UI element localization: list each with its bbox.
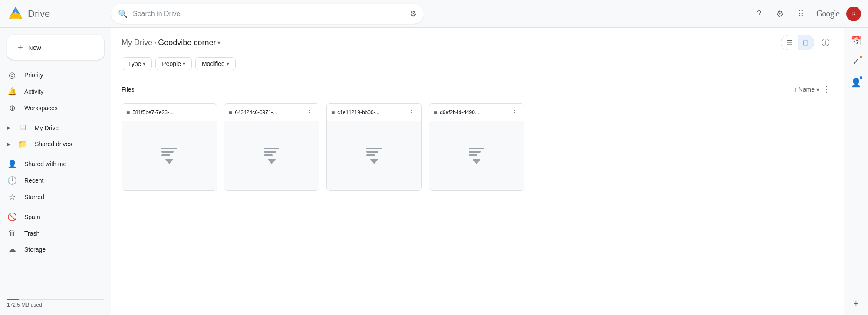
sidebar-item-label: Storage [24,246,46,253]
expand-icon: ▶ [7,141,10,147]
help-button[interactable]: ? [750,5,768,23]
trash-icon: 🗑 [7,229,17,238]
new-button[interactable]: + New [7,35,104,60]
contacts-panel-button[interactable]: 👤 [847,73,866,92]
info-button[interactable]: ⓘ [818,35,833,50]
people-filter-chip[interactable]: People ▾ [155,57,192,70]
sidebar-item-label: Activity [24,88,43,95]
files-header: Files ↑ Name ▾ ⋮ [122,79,833,100]
sidebar-navigation: ◎ Priority 🔔 Activity ⊕ Workspaces ▶ 🖥 M… [0,67,111,258]
search-filter-icon[interactable]: ⚙ [410,9,417,19]
breadcrumb-separator: › [154,39,156,46]
files-sort-control[interactable]: ↑ Name ▾ [794,86,819,93]
topbar: Drive 🔍 Search in Drive ⚙ ? ⚙ ⠿ Google R [0,0,868,28]
sidebar: + New ◎ Priority 🔔 Activity ⊕ Workspaces… [0,28,111,315]
apps-button[interactable]: ⠿ [792,5,809,23]
file-type-icon: ≡ [229,109,232,116]
type-filter-chip[interactable]: Type ▾ [122,57,152,70]
modified-filter-label: Modified [202,60,225,67]
people-filter-chevron-icon: ▾ [183,61,185,67]
sidebar-item-label: Recent [24,177,43,184]
sidebar-item-storage[interactable]: ☁ Storage [0,241,108,258]
table-row[interactable]: ≡ c1e11219-bb00-... ⋮ [326,103,422,191]
files-more-options-button[interactable]: ⋮ [819,82,833,96]
sidebar-item-label: Spam [24,213,40,220]
table-row[interactable]: ≡ 581f5be7-7e23-... ⋮ [122,103,217,191]
people-filter-label: People [162,60,181,67]
sidebar-item-label: Workspaces [24,105,58,112]
shared-with-me-icon: 👤 [7,159,17,169]
workspaces-icon: ⊕ [7,103,17,113]
sidebar-item-label: Shared with me [24,161,66,167]
file-preview [327,121,421,190]
breadcrumb-parent[interactable]: My Drive [122,38,152,47]
breadcrumb: My Drive › Goodvibe corner ▾ [122,38,781,47]
sidebar-item-spam[interactable]: 🚫 Spam [0,209,108,225]
tasks-panel-button[interactable]: ✓ [847,52,866,71]
storage-info: 172.5 MB used [0,293,111,312]
file-preview-download-icon [161,148,177,164]
search-icon: 🔍 [118,9,128,19]
sidebar-item-label: Shared drives [35,141,72,148]
view-controls: ☰ ⊞ ⓘ [781,35,833,50]
user-avatar[interactable]: R [846,7,861,21]
sidebar-item-trash[interactable]: 🗑 Trash [0,225,108,241]
modified-filter-chip[interactable]: Modified ▾ [195,57,236,70]
file-menu-button[interactable]: ⋮ [202,107,212,118]
list-view-button[interactable]: ☰ [781,35,798,50]
file-preview-download-icon [264,148,279,164]
filter-row: Type ▾ People ▾ Modified ▾ [111,54,844,75]
table-row[interactable]: ≡ 643424c6-0971-... ⋮ [224,103,319,191]
sidebar-item-shared-drives[interactable]: ▶ 📁 Shared drives [0,136,108,152]
add-panel-button[interactable]: + [848,296,864,312]
new-button-label: New [28,44,41,51]
sidebar-item-starred[interactable]: ☆ Starred [0,189,108,205]
svg-marker-2 [9,13,22,19]
storage-used-label: 172.5 MB used [7,302,42,308]
sidebar-item-shared-with-me[interactable]: 👤 Shared with me [0,156,108,172]
file-preview [224,121,319,190]
view-toggle: ☰ ⊞ [781,35,814,50]
file-menu-button[interactable]: ⋮ [304,107,315,118]
tasks-notification-badge [859,55,863,59]
sidebar-item-activity[interactable]: 🔔 Activity [0,83,108,100]
search-placeholder: Search in Drive [133,10,180,18]
settings-button[interactable]: ⚙ [771,5,789,23]
storage-bar-fill [7,299,19,300]
storage-icon: ☁ [7,245,17,254]
file-preview [122,121,217,190]
sidebar-item-workspaces[interactable]: ⊕ Workspaces [0,100,108,116]
file-type-icon: ≡ [331,109,335,116]
my-drive-icon: 🖥 [17,123,28,132]
sidebar-item-priority[interactable]: ◎ Priority [0,67,108,83]
storage-bar-background [7,299,104,300]
grid-view-button[interactable]: ⊞ [798,35,814,50]
priority-icon: ◎ [7,70,17,80]
right-panel: 📅 ✓ 👤 + [844,28,868,315]
file-preview-download-icon [469,148,484,164]
file-name: c1e11219-bb00-... [337,109,404,115]
type-filter-label: Type [128,60,141,67]
topbar-actions: ? ⚙ ⠿ Google R [750,5,861,23]
file-name: 581f5be7-7e23-... [132,109,199,115]
sidebar-item-label: Trash [24,230,39,237]
file-card-header: ≡ d6ef2b4d-d490... ⋮ [429,104,524,121]
calendar-panel-button[interactable]: 📅 [847,31,866,50]
sidebar-item-label: My Drive [35,125,59,131]
file-menu-button[interactable]: ⋮ [509,107,519,118]
logo-area: Drive [7,5,111,23]
file-preview [429,121,524,190]
sidebar-item-my-drive[interactable]: ▶ 🖥 My Drive [0,120,108,136]
sidebar-item-recent[interactable]: 🕐 Recent [0,172,108,189]
content-header: My Drive › Goodvibe corner ▾ ☰ ⊞ ⓘ [111,28,844,54]
file-type-icon: ≡ [434,109,437,116]
search-bar[interactable]: 🔍 Search in Drive ⚙ [111,4,424,24]
breadcrumb-dropdown-icon[interactable]: ▾ [217,39,220,46]
sort-label: Name [799,86,815,93]
modified-filter-chevron-icon: ▾ [227,61,229,67]
main-layout: + New ◎ Priority 🔔 Activity ⊕ Workspaces… [0,28,868,315]
files-grid: ≡ 581f5be7-7e23-... ⋮ [122,103,833,191]
file-menu-button[interactable]: ⋮ [407,107,417,118]
file-card-header: ≡ 643424c6-0971-... ⋮ [224,104,319,121]
table-row[interactable]: ≡ d6ef2b4d-d490... ⋮ [429,103,524,191]
